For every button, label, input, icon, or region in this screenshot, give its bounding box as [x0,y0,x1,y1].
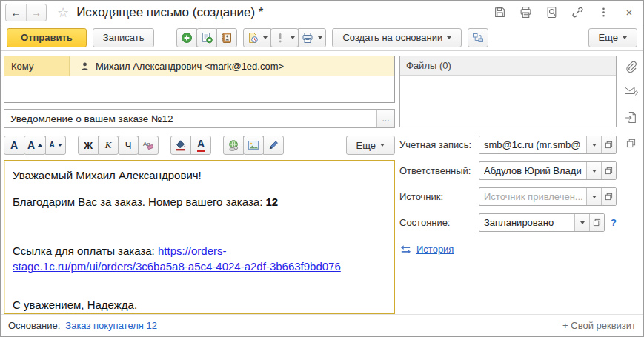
responsible-control [479,161,617,180]
more-dots-icon[interactable] [597,6,610,19]
state-label: Состояние: [399,217,479,228]
responsible-dropdown-button[interactable] [586,162,601,179]
create-based-on-button[interactable]: Создать на основании [332,28,462,47]
attach-file-button[interactable] [623,59,639,75]
font-button[interactable]: А [4,136,24,155]
to-recipient[interactable]: Михаил Александрович <mark@1ed.com> [70,56,394,76]
link-icon[interactable] [571,6,584,19]
more-button[interactable]: Еще [588,28,637,47]
account-input[interactable] [479,136,586,153]
attach-email-button[interactable] [623,82,639,99]
two-windows-icon [626,139,636,148]
subject-input[interactable] [4,110,376,127]
account-open-button[interactable] [601,136,616,153]
back-button[interactable]: ← [6,4,26,21]
address-book-button[interactable] [216,28,237,47]
text-color-button[interactable]: А [190,136,211,155]
schedule-dropdown-button[interactable] [243,28,271,47]
files-list[interactable] [400,76,616,127]
chevron-down-icon [291,36,295,39]
clear-format-button[interactable]: Aa [138,136,159,155]
triangle-up-icon [38,144,42,147]
account-field-row: Учетная запись: [399,136,617,154]
print-dropdown-button[interactable] [298,28,326,47]
green-plus-icon [181,32,193,44]
importance-icon [274,32,286,44]
underline-button[interactable]: Ч [118,136,139,155]
document-plus-icon [201,32,213,44]
source-dropdown-button[interactable] [586,188,601,205]
subordination-structure-icon [472,32,484,44]
body-thanks-line: Благодарим Вас за заказ. Номер вашего за… [13,194,386,210]
write-button[interactable]: Записать [93,28,155,47]
state-dropdown-button[interactable] [574,214,589,231]
left-column: Кому Михаил Александрович <mark@1ed.com>… [4,56,395,314]
structure-button[interactable] [468,28,488,47]
italic-button[interactable]: К [98,136,119,155]
import-file-button[interactable] [623,109,639,125]
add-button[interactable] [176,28,197,47]
email-body-editor[interactable]: Уважаемый Михаил Александрович! Благодар… [4,160,395,314]
chevron-down-icon [263,36,268,39]
clear-format-icon: Aa [142,139,154,151]
custom-attribute-link[interactable]: + Свой реквизит [562,320,636,331]
right-column: Файлы (0) Учетная запись: Ответственный: [399,56,617,314]
favorite-star-icon[interactable]: ☆ [57,4,69,21]
forward-arrow-icon: → [31,7,42,19]
format-more-label: Еще [356,140,376,151]
command-bar: Отправить Записать [1,24,643,51]
state-help-icon[interactable]: ? [611,217,617,228]
subject-select-button[interactable]: ... [376,110,394,127]
insert-image-button[interactable] [243,136,264,155]
base-document-link[interactable]: Заказ покупателя 12 [65,320,157,331]
source-input[interactable] [479,188,586,205]
font-letter: А [27,140,35,150]
history-row: История [399,244,617,255]
state-open-button[interactable] [589,214,604,231]
source-open-button[interactable] [601,188,616,205]
open-icon [593,218,601,227]
to-row[interactable]: Кому Михаил Александрович <mark@1ed.com> [4,56,394,76]
chevron-down-icon [592,170,597,173]
image-icon [248,139,259,151]
state-field-row: Состояние: ? [399,213,617,232]
forward-button[interactable]: → [26,4,46,21]
titlebar: ← → ☆ Исходящее письмо (создание) * × [1,1,643,24]
recipients-box: Кому Михаил Александрович <mark@1ed.com> [4,56,395,103]
close-icon[interactable]: × [623,6,636,19]
open-in-window-button[interactable] [623,135,639,151]
insert-hyperlink-button[interactable] [223,136,244,155]
triangle-down-icon [58,144,62,147]
history-link[interactable]: История [416,244,454,255]
font-size-increase-button[interactable]: А [24,136,46,155]
files-header[interactable]: Файлы (0) [400,56,616,76]
body-link-line: Ссылка для оплаты заказа: https://orders… [13,243,386,276]
chevron-down-icon [592,144,597,147]
printer-icon [302,32,313,44]
more-label: Еще [599,32,618,43]
importance-dropdown-button[interactable] [270,28,299,47]
body-greeting: Уважаемый Михаил Александрович! [13,167,386,184]
format-more-button[interactable]: Еще [346,136,395,155]
open-icon [605,167,613,175]
responsible-input[interactable] [479,162,586,179]
create-document-button[interactable] [196,28,217,47]
state-input[interactable] [479,214,574,231]
recipients-empty-area[interactable] [4,76,394,102]
font-size-decrease-button[interactable]: А [45,136,66,155]
preview-icon[interactable] [545,6,558,19]
signature-pen-button[interactable] [263,136,284,155]
italic-letter: К [105,139,112,151]
print-icon[interactable] [519,6,532,19]
person-icon [80,61,90,71]
background-color-button[interactable] [170,136,191,155]
responsible-field-row: Ответственный: [399,161,617,180]
responsible-open-button[interactable] [601,162,616,179]
document-clock-icon [247,32,259,44]
bold-button[interactable]: Ж [78,136,99,155]
to-label[interactable]: Кому [4,56,70,76]
save-icon[interactable] [493,6,506,19]
body-signature: С уважением, Надежда. [13,297,386,313]
account-dropdown-button[interactable] [586,136,601,153]
send-button[interactable]: Отправить [7,28,87,47]
